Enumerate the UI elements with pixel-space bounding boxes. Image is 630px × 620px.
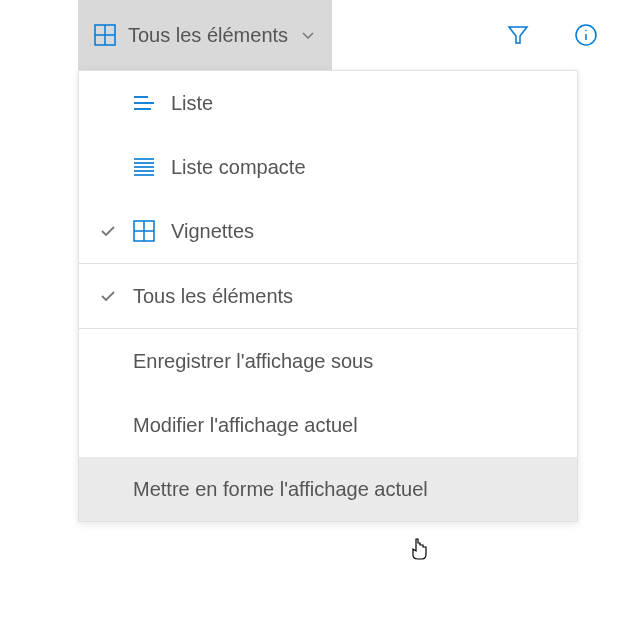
menu-item-label: Modifier l'affichage actuel	[133, 414, 557, 437]
toolbar: Tous les éléments	[0, 0, 630, 70]
view-dropdown-menu: Liste Liste compacte	[78, 70, 578, 522]
menu-item-view-all-elements[interactable]: Tous les éléments	[79, 264, 577, 328]
check-icon	[99, 287, 117, 305]
menu-item-compact-list[interactable]: Liste compacte	[79, 135, 577, 199]
menu-item-tiles[interactable]: Vignettes	[79, 199, 577, 263]
menu-item-label: Tous les éléments	[133, 285, 557, 308]
menu-item-label: Enregistrer l'affichage sous	[133, 350, 557, 373]
info-button[interactable]	[562, 0, 610, 70]
menu-item-label: Vignettes	[171, 220, 557, 243]
view-selector-button[interactable]: Tous les éléments	[78, 0, 332, 70]
svg-point-6	[585, 30, 587, 32]
check-icon	[99, 222, 117, 240]
filter-button[interactable]	[494, 0, 542, 70]
menu-item-label: Liste compacte	[171, 156, 557, 179]
view-selector-label: Tous les éléments	[128, 24, 288, 47]
cursor-pointer-icon	[409, 537, 431, 563]
info-icon	[574, 23, 598, 47]
chevron-down-icon	[300, 27, 316, 43]
compact-list-icon	[133, 157, 155, 177]
menu-item-save-view-as[interactable]: Enregistrer l'affichage sous	[79, 329, 577, 393]
menu-item-format-current-view[interactable]: Mettre en forme l'affichage actuel	[79, 457, 577, 521]
filter-icon	[506, 23, 530, 47]
svg-marker-3	[509, 27, 527, 43]
menu-item-list[interactable]: Liste	[79, 71, 577, 135]
menu-item-edit-current-view[interactable]: Modifier l'affichage actuel	[79, 393, 577, 457]
menu-item-label: Mettre en forme l'affichage actuel	[133, 478, 557, 501]
list-icon	[133, 94, 155, 112]
tiles-icon	[133, 220, 155, 242]
tiles-icon	[94, 24, 116, 46]
menu-item-label: Liste	[171, 92, 557, 115]
